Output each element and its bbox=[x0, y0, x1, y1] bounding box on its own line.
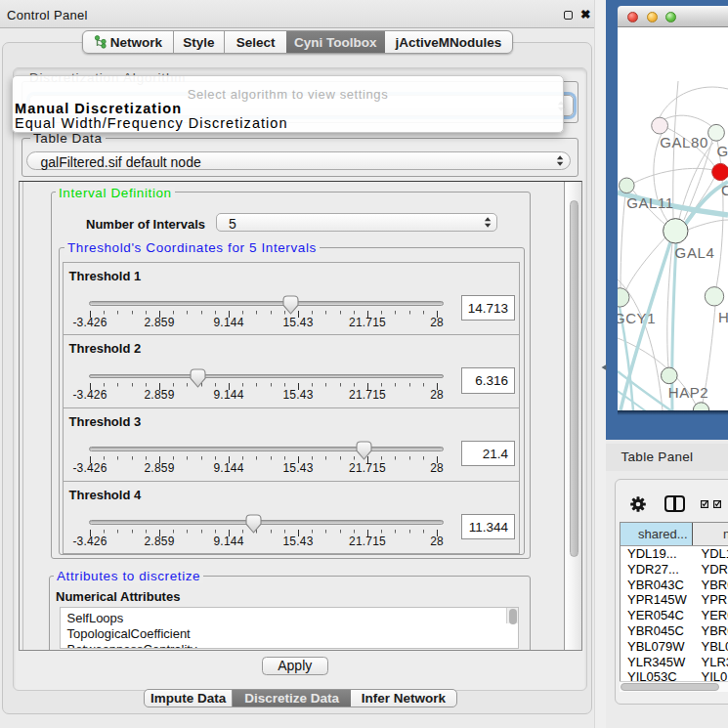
svg-text:HAP2: HAP2 bbox=[668, 384, 709, 401]
svg-text:GCY1: GCY1 bbox=[618, 310, 656, 326]
svg-text:GAL11: GAL11 bbox=[626, 194, 674, 211]
svg-text:GA: GA bbox=[717, 143, 728, 159]
svg-text:GAL80: GAL80 bbox=[660, 134, 708, 150]
svg-text:CD: CD bbox=[721, 182, 728, 198]
svg-text:GAL4: GAL4 bbox=[675, 244, 715, 261]
svg-text:HI: HI bbox=[718, 309, 728, 325]
